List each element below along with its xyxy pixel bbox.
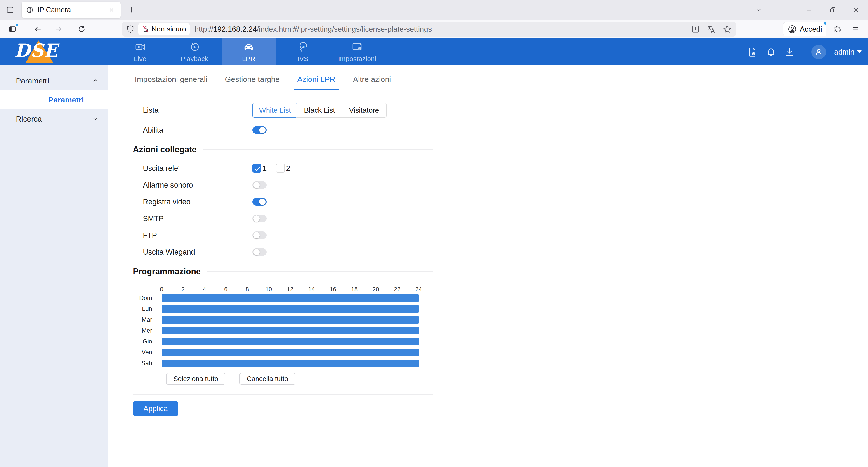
lista-option-visitatore[interactable]: Visitatore <box>342 103 386 118</box>
live-icon <box>134 41 146 53</box>
schedule-track-dom[interactable] <box>162 294 418 302</box>
day-label: Sab <box>133 360 162 367</box>
schedule-track-lun[interactable] <box>162 305 418 313</box>
schedule-hour-axis: 024681012141618202224 <box>162 286 418 294</box>
minimize-icon[interactable] <box>802 3 816 17</box>
lista-option-white-list[interactable]: White List <box>252 103 298 118</box>
day-label: Ven <box>133 349 162 356</box>
schedule-track-mar[interactable] <box>162 316 418 324</box>
schedule-bar-mar[interactable] <box>162 316 418 324</box>
url-scheme: http:// <box>195 25 213 33</box>
url-path: /index.html#/lpr-setting/settings/licens… <box>257 25 432 33</box>
toggle-registra-video[interactable] <box>252 198 267 206</box>
sidebar-group-parametri[interactable]: Parametri <box>0 71 108 90</box>
apply-button[interactable]: Applica <box>133 401 178 416</box>
sidebar-toggle-icon[interactable] <box>5 22 20 36</box>
action-label: FTP <box>133 231 252 240</box>
schedule-bar-ven[interactable] <box>162 349 418 356</box>
schedule-row-lun: Lun <box>133 305 433 313</box>
select-all-button[interactable]: Seleziona tutto <box>166 373 225 385</box>
schedule-track-gio[interactable] <box>162 338 418 345</box>
svg-text:AI: AI <box>302 45 305 49</box>
restore-window-icon[interactable] <box>826 3 840 17</box>
list-all-tabs-icon[interactable] <box>751 3 766 17</box>
tab-close-icon[interactable] <box>106 5 117 15</box>
download-icon[interactable] <box>784 47 795 57</box>
action-rows: Uscita rele'12Allarme sonoroRegistra vid… <box>133 164 433 256</box>
hour-tick-label: 12 <box>287 286 293 293</box>
schedule-track-sab[interactable] <box>162 359 418 367</box>
firefox-view-icon[interactable] <box>3 3 17 17</box>
hour-tick-label: 20 <box>373 286 379 293</box>
account-icon <box>787 24 797 34</box>
nav-item-playback[interactable]: Playback <box>167 38 221 65</box>
sidebar-group-ricerca[interactable]: Ricerca <box>0 109 108 128</box>
toggle-allarme-sonoro[interactable] <box>252 181 267 189</box>
nav-right: ? admin <box>747 38 862 65</box>
checkbox-uscita-rele-2[interactable] <box>276 164 285 173</box>
action-label: Uscita rele' <box>133 164 252 173</box>
avatar[interactable] <box>811 45 826 59</box>
toggle-ftp[interactable] <box>252 231 267 239</box>
save-page-icon[interactable] <box>691 25 700 34</box>
schedule-bar-mer[interactable] <box>162 327 418 334</box>
settings-monitor-icon <box>351 41 363 53</box>
action-label: Registra video <box>133 198 252 206</box>
security-label: Non sicuro <box>151 25 186 33</box>
clear-all-button[interactable]: Cancella tutto <box>239 373 295 385</box>
bookmark-star-icon[interactable] <box>723 25 732 34</box>
hour-tick-label: 4 <box>203 286 206 293</box>
tab-gestione-targhe[interactable]: Gestione targhe <box>223 75 281 90</box>
schedule-row-dom: Dom <box>133 294 433 302</box>
globe-icon <box>26 6 34 14</box>
nav-item-label: Live <box>134 55 146 63</box>
nav-item-live[interactable]: Live <box>113 38 167 65</box>
lista-option-black-list[interactable]: Black List <box>297 103 342 118</box>
translate-icon[interactable] <box>707 25 716 34</box>
tab-altre-azioni[interactable]: Altre azioni <box>351 75 393 90</box>
toggle-uscita-wiegand[interactable] <box>252 248 267 256</box>
schedule-track-mer[interactable] <box>162 327 418 334</box>
extensions-icon[interactable] <box>831 22 844 36</box>
toggle-smtp[interactable] <box>252 215 267 223</box>
schedule-track-ven[interactable] <box>162 349 418 356</box>
signin-button[interactable]: Accedi <box>783 22 827 36</box>
checkbox-uscita-rele-1[interactable] <box>252 164 261 173</box>
new-tab-icon[interactable] <box>125 4 138 16</box>
schedule-row-mar: Mar <box>133 316 433 324</box>
user-menu[interactable]: admin <box>834 48 862 56</box>
svg-text:?: ? <box>753 52 754 55</box>
schedule-row-ven: Ven <box>133 349 433 356</box>
forward-icon[interactable] <box>52 22 66 36</box>
reload-icon[interactable] <box>74 22 89 36</box>
shield-icon[interactable] <box>126 25 135 33</box>
sidebar-group-label: Parametri <box>16 77 49 85</box>
abilita-row: Abilita <box>133 126 433 135</box>
bell-icon[interactable] <box>766 47 776 57</box>
help-document-icon[interactable]: ? <box>747 47 758 57</box>
actions-section-title: Azioni collegate <box>133 145 197 154</box>
menu-hamburger-icon[interactable] <box>848 22 863 36</box>
sidebar-item-parametri[interactable]: Parametri <box>0 90 108 109</box>
browser-tab[interactable]: IP Camera <box>22 2 121 18</box>
schedule-row-gio: Gio <box>133 338 433 345</box>
app-nav: DSE LivePlaybackLPRAIIVSImpostazioni ? a… <box>0 38 868 65</box>
url-bar[interactable]: Non sicuro http://192.168.2.24/index.htm… <box>122 22 736 37</box>
section-rule <box>203 149 433 150</box>
abilita-toggle[interactable] <box>252 126 267 134</box>
chevron-up-icon <box>92 77 99 84</box>
tab-impostazioni-generali[interactable]: Impostazioni generali <box>133 75 209 90</box>
tab-azioni-lpr[interactable]: Azioni LPR <box>296 75 337 90</box>
nav-item-lpr[interactable]: LPR <box>221 38 276 65</box>
browser-toolbar: Non sicuro http://192.168.2.24/index.htm… <box>0 20 868 38</box>
settings-panel: Lista White ListBlack ListVisitatore Abi… <box>133 90 433 416</box>
nav-item-impostazioni[interactable]: Impostazioni <box>330 38 384 65</box>
schedule-bar-sab[interactable] <box>162 359 418 367</box>
site-security-chip[interactable]: Non sicuro <box>138 23 190 35</box>
close-window-icon[interactable] <box>849 3 864 17</box>
schedule-bar-lun[interactable] <box>162 305 418 313</box>
schedule-bar-dom[interactable] <box>162 294 418 302</box>
schedule-bar-gio[interactable] <box>162 338 418 345</box>
nav-item-ivs[interactable]: AIIVS <box>276 38 330 65</box>
back-icon[interactable] <box>31 22 45 36</box>
